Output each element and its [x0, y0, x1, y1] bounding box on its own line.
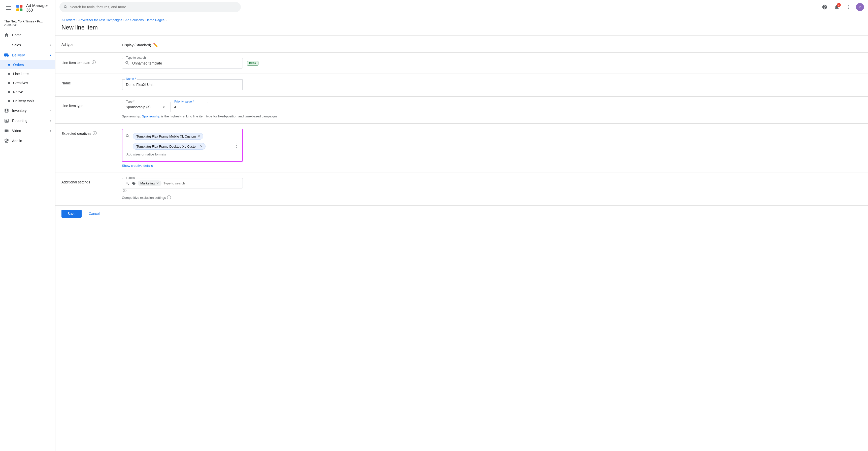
type-select-field: Type * Sponsorship (4) ▾ [122, 102, 167, 112]
name-label: Name [61, 79, 112, 85]
line-item-template-content: Type to search BETA [122, 58, 862, 68]
sidebar-item-video[interactable]: Video › [0, 126, 55, 136]
chip-label: (Template) Flex Frame Desktop XL Custom [135, 145, 198, 148]
marketing-label-chip: Marketing ✕ [138, 180, 161, 186]
sidebar-item-delivery[interactable]: Delivery ▾ [0, 50, 55, 60]
cancel-button[interactable]: Cancel [85, 210, 104, 218]
account-id: 29390238 [4, 23, 51, 27]
sidebar-item-home[interactable]: Home [0, 30, 55, 40]
additional-settings-section: Additional settings Labels Marketing ✕ [55, 173, 868, 205]
sidebar-item-native[interactable]: Native [0, 87, 55, 96]
help-button[interactable] [819, 2, 830, 12]
ad-type-text: Display (Standard) [122, 43, 151, 47]
template-search-input[interactable] [122, 58, 243, 68]
sidebar-item-label: Inventory [12, 109, 27, 113]
expand-icon: › [50, 119, 51, 122]
show-creative-details-link[interactable]: Show creative details [122, 164, 153, 168]
breadcrumb-advertiser[interactable]: Advertiser for Test Campaigns [78, 18, 122, 22]
breadcrumb-sep: › [165, 18, 166, 22]
add-sizes-link[interactable]: Add sizes or native formats [125, 150, 239, 158]
sidebar-item-label: Video [12, 129, 21, 133]
save-button[interactable]: Save [61, 210, 82, 218]
sidebar-item-label: Delivery tools [13, 99, 34, 103]
more-options-button[interactable] [844, 2, 854, 12]
labels-help-icon[interactable]: ⓘ [123, 188, 126, 192]
priority-input-field: Priority value * [170, 102, 208, 112]
sponsorship-link[interactable]: Sponsorship [142, 114, 160, 118]
template-field-label: Type to search [125, 56, 147, 59]
labels-search-input[interactable] [163, 181, 206, 185]
breadcrumb-all-orders[interactable]: All orders [61, 18, 75, 22]
template-search-field: Type to search [122, 58, 243, 68]
account-name: The New York Times - Pr... [4, 20, 51, 23]
chip-2-close[interactable]: ✕ [200, 144, 203, 148]
sidebar-item-sales[interactable]: Sales › [0, 40, 55, 50]
template-info-icon[interactable]: ⓘ [92, 60, 96, 65]
ad-type-label: Ad type [61, 40, 112, 47]
svg-rect-0 [6, 6, 11, 7]
priority-input[interactable] [170, 102, 208, 112]
avatar[interactable]: P [856, 3, 864, 11]
sales-icon [4, 42, 9, 48]
breadcrumb: All orders › Advertiser for Test Campaig… [55, 14, 868, 23]
line-item-type-section: Line item type Type * Sponsorship (4) ▾ … [55, 96, 868, 123]
svg-rect-1 [6, 8, 11, 8]
sidebar-item-label: Admin [12, 139, 22, 143]
ad-type-section: Ad type Display (Standard) ✏️ [55, 35, 868, 52]
marketing-chip-close[interactable]: ✕ [156, 181, 159, 185]
name-field-label: Name * [125, 77, 137, 81]
breadcrumb-ad-solutions[interactable]: Ad Solutions: Demo Pages [125, 18, 164, 22]
line-item-template-section: Line item template ⓘ Type to search BETA [55, 53, 868, 73]
inventory-icon [4, 108, 9, 113]
sidebar-item-orders[interactable]: Orders [0, 60, 55, 69]
expand-icon: ▾ [50, 53, 51, 57]
search-icon [63, 5, 68, 9]
video-icon [4, 128, 9, 133]
additional-settings-content: Labels Marketing ✕ ⓘ Competitive e [122, 178, 862, 200]
menu-button[interactable] [4, 3, 12, 13]
type-select-label: Type * [125, 100, 135, 103]
comp-excl-info-icon[interactable]: ⓘ [167, 195, 171, 200]
svg-rect-3 [17, 5, 19, 8]
labels-input-row: Marketing ✕ [122, 178, 243, 188]
labels-field-label: Labels [125, 176, 136, 180]
sidebar-item-creatives[interactable]: Creatives [0, 78, 55, 87]
name-input[interactable] [122, 79, 243, 90]
edit-ad-type-button[interactable]: ✏️ [153, 42, 158, 48]
topbar-actions: 3 P [819, 2, 864, 12]
nav-dot [8, 100, 10, 102]
sidebar-item-label: Line items [13, 72, 29, 76]
search-icon [125, 61, 129, 66]
creatives-search-row: (Template) Flex Frame Mobile XL Custom ✕ [125, 132, 239, 140]
expand-icon: › [50, 129, 51, 132]
labels-search-icon [125, 181, 130, 186]
sidebar-item-reporting[interactable]: Reporting › [0, 116, 55, 126]
chip-1-close[interactable]: ✕ [197, 134, 200, 138]
nav-dot [8, 73, 10, 75]
sidebar-item-inventory[interactable]: Inventory › [0, 106, 55, 116]
page-title: New line item [55, 23, 868, 35]
expand-icon: › [50, 43, 51, 47]
sidebar-item-label: Reporting [12, 119, 27, 123]
search-bar[interactable] [59, 2, 241, 12]
sidebar-item-line-items[interactable]: Line items [0, 69, 55, 78]
sidebar-item-admin[interactable]: Admin [0, 136, 55, 146]
nav-dot [8, 82, 10, 84]
main-area: 3 P All orders › Advertiser for Test Cam… [55, 0, 868, 451]
svg-rect-5 [17, 8, 19, 11]
type-select[interactable]: Sponsorship (4) [122, 102, 167, 112]
notification-badge: 3 [837, 3, 841, 7]
competitive-exclusion-settings: Competitive exclusion settings ⓘ [122, 195, 862, 200]
labels-field: Labels Marketing ✕ ⓘ [122, 178, 243, 193]
sidebar-item-delivery-tools[interactable]: Delivery tools [0, 96, 55, 106]
ad-type-value: Display (Standard) ✏️ [122, 40, 862, 48]
notifications-button[interactable]: 3 [832, 2, 842, 12]
creatives-info-icon[interactable]: ⓘ [93, 131, 97, 136]
search-input[interactable] [70, 5, 237, 9]
creative-chip-1: (Template) Flex Frame Mobile XL Custom ✕ [133, 133, 203, 140]
app-logo [16, 3, 23, 12]
svg-rect-4 [20, 5, 23, 8]
more-vert-icon [846, 4, 851, 10]
name-section: Name Name * [55, 74, 868, 96]
creatives-more-button[interactable]: ⋮ [232, 141, 240, 149]
